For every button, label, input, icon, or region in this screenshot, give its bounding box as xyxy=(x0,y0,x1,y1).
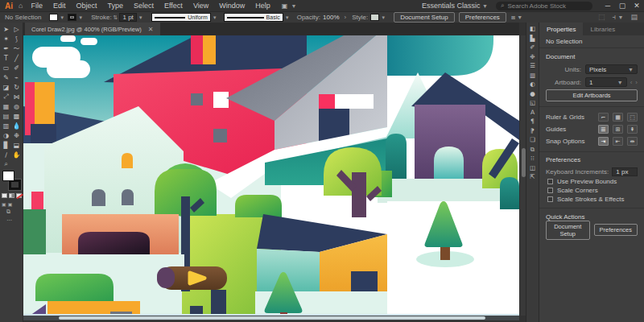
guides-icon-1[interactable]: ☰ xyxy=(598,125,609,134)
magic-wand-tool[interactable]: ✶ xyxy=(1,34,11,43)
menu-item-object[interactable]: Object xyxy=(76,2,97,10)
asset-export-panel-icon[interactable]: ⇱ xyxy=(530,174,535,180)
transparency-panel-icon[interactable]: ◐ xyxy=(530,81,535,87)
variable-width-select[interactable]: Uniform xyxy=(151,13,211,22)
graphic-styles-panel-icon[interactable]: ◱ xyxy=(530,100,535,105)
horizontal-scrollbar[interactable] xyxy=(23,316,519,320)
menu-item-select[interactable]: Select xyxy=(134,2,154,10)
menu-item-edit[interactable]: Edit xyxy=(53,2,66,10)
align-panel-icon[interactable]: ⁝⁝ xyxy=(530,155,535,161)
scale-tool[interactable]: ⤢ xyxy=(1,92,11,101)
hand-tool[interactable]: ✋ xyxy=(11,150,22,159)
direct-selection-tool[interactable]: ▷ xyxy=(11,24,22,34)
vertical-scrollbar[interactable] xyxy=(519,35,526,316)
guides-icon-3[interactable]: ⇞ xyxy=(627,125,638,134)
quick-action-document-setup[interactable]: Document Setup xyxy=(546,221,590,240)
artboard-next-icon[interactable]: › xyxy=(635,79,638,86)
screen-mode-icon[interactable]: ⧉ xyxy=(6,208,10,215)
isolate-icon[interactable]: ⧈ ▼ xyxy=(511,14,522,22)
rotate-tool[interactable]: ↻ xyxy=(11,82,22,92)
line-tool[interactable]: ╱ xyxy=(11,53,22,63)
stroke-color-swatch[interactable] xyxy=(68,14,76,21)
minimize-button[interactable]: ─ xyxy=(601,2,615,10)
units-select[interactable]: Pixels▼ xyxy=(585,64,638,74)
ruler-grids-icon-3[interactable]: ⬚ xyxy=(627,113,638,122)
shaper-tool[interactable]: ⌁ xyxy=(11,72,22,82)
ruler-grids-icon-2[interactable]: ▦ xyxy=(613,113,623,122)
edit-artboards-button[interactable]: Edit Artboards xyxy=(546,89,638,101)
zoom-tool[interactable]: ⌕ xyxy=(1,159,11,169)
stroke-stepper[interactable]: ⇅ xyxy=(114,14,118,21)
paragraph-panel-icon[interactable]: ¶ xyxy=(530,118,535,124)
panel-dock-icon[interactable]: ⫞ ▼ xyxy=(613,13,624,22)
checkbox-scale-strokes-effects[interactable] xyxy=(547,196,553,202)
document-setup-button[interactable]: Document Setup xyxy=(394,12,455,23)
quick-action-preferences[interactable]: Preferences xyxy=(594,224,638,236)
fill-proxy-swatch[interactable] xyxy=(2,171,14,181)
menu-item-view[interactable]: View xyxy=(193,2,208,10)
document-tab[interactable]: Corel Draw2.jpg @ 400% (RGB/Preview) ✕ xyxy=(25,23,160,35)
home-icon[interactable]: ⌂ xyxy=(19,2,23,10)
tab-properties[interactable]: Properties xyxy=(539,23,583,35)
brush-definition-select[interactable]: Basic xyxy=(224,13,283,22)
menu-item-type[interactable]: Type xyxy=(107,2,123,10)
lasso-tool[interactable]: ⟆ xyxy=(11,34,22,43)
width-tool[interactable]: ⋈ xyxy=(11,92,22,101)
perspective-grid-tool[interactable]: ▤ xyxy=(1,111,11,121)
checkbox-use-preview-bounds[interactable] xyxy=(547,179,553,184)
menu-item-help[interactable]: Help xyxy=(255,2,270,10)
guides-icon-2[interactable]: ⊞ xyxy=(613,125,623,134)
workspace-switcher[interactable]: Essentials Classic ▼ xyxy=(422,2,488,10)
workspace-layout-icon[interactable]: ▤ xyxy=(630,13,638,22)
paintbrush-tool[interactable]: ✐ xyxy=(11,63,22,72)
menu-item-window[interactable]: Window xyxy=(219,2,245,10)
maximize-button[interactable]: ▢ xyxy=(615,2,630,10)
blend-tool[interactable]: ◑ xyxy=(1,130,11,140)
close-button[interactable]: ✕ xyxy=(630,2,644,10)
eraser-tool[interactable]: ◪ xyxy=(1,82,11,92)
gradient-panel-icon[interactable]: ▥ xyxy=(530,72,535,78)
snap-icon-1[interactable]: ⇥ xyxy=(598,137,609,146)
curvature-tool[interactable]: 〜 xyxy=(11,43,22,53)
style-swatch[interactable] xyxy=(370,14,379,21)
mesh-tool[interactable]: ▩ xyxy=(11,111,22,121)
appearance-panel-icon[interactable]: ● xyxy=(530,91,535,97)
gradient-fill-button[interactable] xyxy=(9,193,14,198)
pencil-tool[interactable]: ✎ xyxy=(1,72,11,82)
arrange-documents-icon[interactable]: ▣ ▼ xyxy=(282,2,298,10)
vertical-scrollbar-thumb[interactable] xyxy=(522,148,526,177)
shape-builder-tool[interactable]: ◍ xyxy=(11,101,22,111)
stroke-weight-select[interactable]: 1 pt xyxy=(119,13,136,22)
search-input[interactable]: ⌕ Search Adobe Stock xyxy=(496,2,592,10)
slice-tool[interactable]: ∕ xyxy=(1,150,11,159)
artwork-canvas[interactable] xyxy=(23,35,519,316)
ruler-grids-icon-1[interactable]: ⌐ xyxy=(598,113,609,122)
snap-icon-2[interactable]: ⇤ xyxy=(613,137,623,146)
brushes-panel-icon[interactable]: ✐ xyxy=(530,44,535,50)
type-tool[interactable]: T xyxy=(1,53,11,63)
swatches-panel-icon[interactable]: ▙ xyxy=(530,35,535,41)
selection-tool[interactable]: ➤ xyxy=(1,24,11,34)
rectangle-tool[interactable]: ▭ xyxy=(1,63,11,72)
blank[interactable] xyxy=(11,159,22,169)
layers-panel-icon[interactable]: ❏ xyxy=(530,137,535,142)
gradient-tool[interactable]: ▥ xyxy=(1,121,11,130)
none-fill-button[interactable] xyxy=(16,193,22,198)
artboard-prev-icon[interactable]: ‹ xyxy=(630,79,633,86)
fill-color-swatch[interactable] xyxy=(49,14,58,21)
column-graph-tool[interactable]: ▊ xyxy=(1,140,11,150)
document-close-icon[interactable]: ✕ xyxy=(148,26,154,33)
symbols-panel-icon[interactable]: ❉ xyxy=(530,54,535,60)
free-transform-tool[interactable]: ▦ xyxy=(1,101,11,111)
preferences-button[interactable]: Preferences xyxy=(459,12,506,23)
menu-item-file[interactable]: File xyxy=(31,2,43,10)
draw-behind-icon[interactable]: ▣ xyxy=(8,201,13,207)
opacity-more[interactable]: › xyxy=(345,14,347,21)
artboard-select[interactable]: 1▼ xyxy=(585,77,627,87)
color-panel-icon[interactable]: ◧ xyxy=(530,26,535,31)
color-fill-button[interactable] xyxy=(2,193,7,198)
stroke-panel-icon[interactable]: ☰ xyxy=(530,63,535,68)
checkbox-scale-corners[interactable] xyxy=(547,188,553,193)
snap-icon-3[interactable]: ⇹ xyxy=(627,137,638,146)
artboards-panel-icon[interactable]: ⧉ xyxy=(530,147,535,152)
